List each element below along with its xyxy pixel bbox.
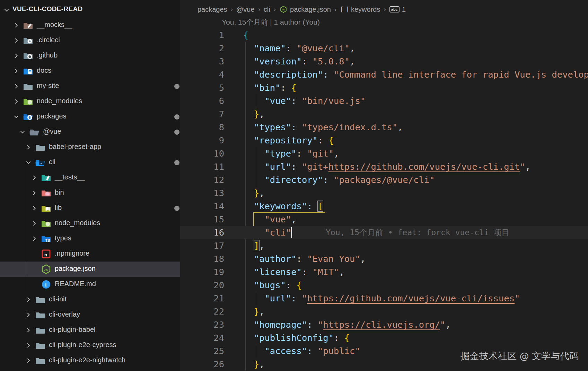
code-line-9[interactable]: 9 "repository": {	[180, 134, 588, 147]
breadcrumb-item-1[interactable]: abc1	[389, 6, 406, 14]
code-line-6[interactable]: 6 "vue": "bin/vue.js"	[180, 94, 588, 107]
tree-item-README.md[interactable]: iREADME.md	[0, 277, 180, 292]
code-line-14[interactable]: 14 "keywords": [	[180, 200, 588, 213]
code-line-21[interactable]: 21 "url": "https://github.com/vuejs/vue-…	[180, 292, 588, 305]
chevron-right-icon[interactable]	[31, 190, 37, 197]
line-number[interactable]: 9	[180, 134, 224, 147]
code-line-11[interactable]: 11 "url": "git+https://github.com/vuejs/…	[180, 160, 588, 173]
chevron-right-icon[interactable]	[25, 327, 32, 335]
chevron-down-icon[interactable]	[19, 129, 26, 136]
line-number[interactable]: 25	[180, 344, 224, 357]
line-number[interactable]: 13	[180, 186, 224, 200]
line-number[interactable]: 23	[180, 318, 224, 331]
chevron-right-icon[interactable]	[13, 22, 19, 30]
tree-item-my-site[interactable]: my-site	[0, 79, 180, 94]
code-line-3[interactable]: 3 "version": "5.0.8",	[180, 55, 588, 68]
tree-item-docs[interactable]: docs	[0, 63, 180, 79]
chevron-right-icon[interactable]	[31, 236, 37, 243]
chevron-right-icon[interactable]	[31, 175, 37, 182]
code-line-4[interactable]: 4 "description": "Command line interface…	[180, 68, 588, 81]
chevron-right-icon[interactable]	[13, 83, 19, 91]
tree-item-cli-plugin-e2e-nightwatch[interactable]: cli-plugin-e2e-nightwatch	[0, 353, 180, 368]
code-line-16[interactable]: 16 "cli"You, 15个月前 • feat: forck vue-cli…	[180, 226, 588, 239]
line-number[interactable]: 21	[180, 292, 224, 305]
tree-item-node_modules[interactable]: node_modules	[0, 94, 180, 109]
chevron-right-icon[interactable]	[25, 297, 32, 304]
line-number[interactable]: 2	[180, 42, 224, 55]
code-line-8[interactable]: 8 "types": "types/index.d.ts",	[180, 121, 588, 134]
code-line-23[interactable]: 23 "homepage": "https://cli.vuejs.org/",	[180, 318, 588, 331]
chevron-right-icon[interactable]	[13, 98, 19, 106]
line-number[interactable]: 17	[180, 239, 224, 252]
tree-item-babel-preset-app[interactable]: babel-preset-app	[0, 140, 180, 155]
breadcrumb-item-package.json[interactable]: JSpackage.json	[279, 4, 331, 15]
code-line-17[interactable]: 17 ],	[180, 239, 588, 252]
tree-item-cli-init[interactable]: cli-init	[0, 292, 180, 307]
breadcrumb-item-cli[interactable]: cli	[264, 6, 270, 14]
tree-item-@vue[interactable]: @vue	[0, 124, 180, 140]
line-number[interactable]: 1	[180, 28, 224, 42]
tree-item-cli[interactable]: >_cli	[0, 155, 180, 170]
chevron-down-icon[interactable]	[3, 7, 10, 15]
tree-item-packages[interactable]: packages	[0, 109, 180, 124]
tree-item-types[interactable]: TStypes	[0, 231, 180, 246]
code-line-1[interactable]: 1{	[180, 28, 588, 42]
line-number[interactable]: 15	[180, 213, 224, 226]
tree-item-lib[interactable]: lib	[0, 201, 180, 216]
tree-item-cli-plugin-babel[interactable]: cli-plugin-babel	[0, 323, 180, 338]
line-number[interactable]: 14	[180, 200, 224, 213]
tree-item-cli-overlay[interactable]: cli-overlay	[0, 307, 180, 323]
breadcrumb-item-@vue[interactable]: @vue	[236, 6, 255, 14]
line-number[interactable]: 4	[180, 68, 224, 81]
line-number[interactable]: 11	[180, 160, 224, 173]
code-line-5[interactable]: 5 "bin": {	[180, 81, 588, 94]
chevron-down-icon[interactable]	[25, 159, 32, 167]
code-area[interactable]: 1{2 "name": "@vue/cli",3 "version": "5.0…	[180, 28, 588, 371]
code-line-13[interactable]: 13 },	[180, 186, 588, 200]
tree-item-bin[interactable]: bin	[0, 185, 180, 201]
code-line-20[interactable]: 20 "bugs": {	[180, 279, 588, 292]
chevron-right-icon[interactable]	[31, 205, 37, 213]
tree-item-.circleci[interactable]: .circleci	[0, 33, 180, 48]
code-line-22[interactable]: 22 },	[180, 305, 588, 318]
chevron-right-icon[interactable]	[31, 220, 37, 228]
line-number[interactable]: 18	[180, 252, 224, 265]
code-line-18[interactable]: 18 "author": "Evan You",	[180, 252, 588, 265]
code-line-19[interactable]: 19 "license": "MIT",	[180, 265, 588, 279]
line-number[interactable]: 7	[180, 107, 224, 121]
chevron-right-icon[interactable]	[25, 312, 32, 319]
line-number[interactable]: 10	[180, 147, 224, 160]
line-number[interactable]: 26	[180, 357, 224, 371]
chevron-right-icon[interactable]	[13, 68, 19, 76]
line-number[interactable]: 20	[180, 279, 224, 292]
code-line-12[interactable]: 12 "directory": "packages/@vue/cli"	[180, 173, 588, 186]
code-line-15[interactable]: 15 "vue",	[180, 213, 588, 226]
line-number[interactable]: 24	[180, 331, 224, 344]
line-number[interactable]: 5	[180, 81, 224, 94]
tree-item-node_modules[interactable]: node_modules	[0, 216, 180, 231]
chevron-right-icon[interactable]	[25, 357, 32, 365]
breadcrumb-item-keywords[interactable]: [ ]keywords	[340, 6, 380, 14]
chevron-right-icon[interactable]	[25, 144, 32, 152]
code-line-7[interactable]: 7 },	[180, 107, 588, 121]
code-line-24[interactable]: 24 "publishConfig": {	[180, 331, 588, 344]
code-line-2[interactable]: 2 "name": "@vue/cli",	[180, 42, 588, 55]
chevron-right-icon[interactable]	[13, 53, 19, 60]
line-number[interactable]: 16	[180, 226, 224, 239]
breadcrumb-item-packages[interactable]: packages	[198, 6, 227, 14]
tree-item-__mocks__[interactable]: __mocks__	[0, 18, 180, 33]
tree-item-package.json[interactable]: JSpackage.json	[0, 262, 180, 277]
line-number[interactable]: 22	[180, 305, 224, 318]
chevron-down-icon[interactable]	[13, 114, 19, 121]
line-number[interactable]: 8	[180, 121, 224, 134]
code-line-10[interactable]: 10 "type": "git",	[180, 147, 588, 160]
line-number[interactable]: 6	[180, 94, 224, 107]
tree-item-cli-plugin-e2e-cypress[interactable]: cli-plugin-e2e-cypress	[0, 338, 180, 353]
explorer-section-header[interactable]: VUE-CLI-CODE-READ	[0, 3, 180, 17]
line-number[interactable]: 19	[180, 265, 224, 279]
chevron-right-icon[interactable]	[13, 37, 19, 45]
line-number[interactable]: 12	[180, 173, 224, 186]
tree-item-__tests__[interactable]: __tests__	[0, 170, 180, 185]
line-number[interactable]: 3	[180, 55, 224, 68]
chevron-right-icon[interactable]	[25, 342, 32, 350]
